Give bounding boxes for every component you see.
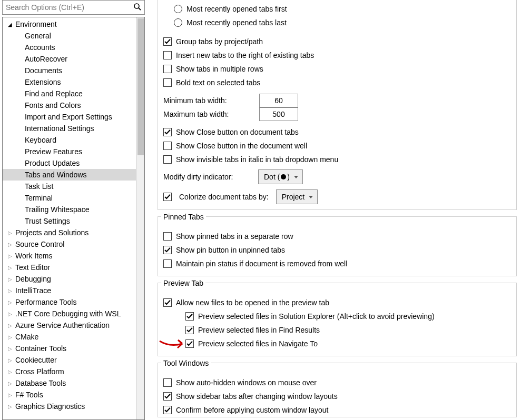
preview-tab-title: Preview Tab	[161, 279, 205, 287]
chevron-right-icon[interactable]: ▷	[7, 253, 13, 259]
tree-item-extensions[interactable]: Extensions	[3, 76, 136, 88]
chk-preview-find[interactable]	[185, 326, 194, 334]
chevron-right-icon[interactable]: ▷	[7, 392, 13, 398]
tree-item-container-tools[interactable]: ▷Container Tools	[3, 343, 136, 354]
tree-item-label: Extensions	[25, 78, 61, 86]
chk-group-tabs[interactable]	[163, 37, 172, 46]
chevron-right-icon[interactable]: ▷	[7, 381, 13, 386]
tree-item-preview-features[interactable]: Preview Features	[3, 146, 136, 157]
tree-item-label: Projects and Solutions	[15, 228, 89, 237]
chk-invisible-italic[interactable]	[163, 155, 172, 164]
tree-item-accounts[interactable]: Accounts	[3, 42, 136, 53]
tree-item-fonts-and-colors[interactable]: Fonts and Colors	[3, 99, 136, 111]
colorize-value: Project	[282, 193, 305, 201]
tree-item-keyboard[interactable]: Keyboard	[3, 134, 136, 146]
tree-item-work-items[interactable]: ▷Work Items	[3, 250, 136, 262]
tree-item-graphics-diagnostics[interactable]: ▷Graphics Diagnostics	[3, 401, 136, 412]
tree-item-azure-service-authentication[interactable]: ▷Azure Service Authentication	[3, 319, 136, 331]
chevron-right-icon[interactable]: ▷	[7, 299, 13, 305]
tree-item-environment[interactable]: ◢Environment	[3, 18, 136, 30]
radio-tabs-last[interactable]	[174, 18, 182, 27]
tree-item-tabs-and-windows[interactable]: Tabs and Windows	[3, 169, 136, 181]
tree-item-task-list[interactable]: Task List	[3, 181, 136, 192]
chevron-right-icon[interactable]: ▷	[7, 357, 13, 363]
tree-item-f-tools[interactable]: ▷F# Tools	[3, 389, 136, 401]
min-tab-width-input[interactable]	[259, 94, 298, 107]
tree-item-autorecover[interactable]: AutoRecover	[3, 53, 136, 65]
tree-item-net-core-debugging-with-wsl[interactable]: ▷.NET Core Debugging with WSL	[3, 308, 136, 319]
chk-pin-unpinned[interactable]	[163, 246, 172, 254]
chk-pin-unpinned-label: Show pin button in unpinned tabs	[176, 246, 285, 254]
tree-item-label: Tabs and Windows	[25, 171, 87, 179]
dot-icon	[281, 174, 286, 179]
tree-item-label: Container Tools	[15, 344, 66, 353]
dirty-indicator-value-suffix: )	[287, 173, 290, 181]
chk-auto-hidden-label: Show auto-hidden windows on mouse over	[176, 378, 317, 387]
chk-sidebar-tabs-label: Show sidebar tabs after changing window …	[176, 392, 338, 401]
tree-item-find-and-replace[interactable]: Find and Replace	[3, 88, 136, 99]
tree-item-label: Graphics Diagnostics	[15, 402, 85, 411]
chevron-down-icon[interactable]: ◢	[7, 22, 13, 27]
tree-item-cross-platform[interactable]: ▷Cross Platform	[3, 366, 136, 377]
tree-item-label: Environment	[15, 20, 57, 28]
tree-item-label: Task List	[25, 182, 53, 191]
tree-item-documents[interactable]: Documents	[3, 65, 136, 76]
dirty-indicator-select[interactable]: Dot ()	[258, 169, 303, 184]
tree-item-label: Database Tools	[15, 379, 66, 387]
tree-item-text-editor[interactable]: ▷Text Editor	[3, 262, 136, 273]
tree-item-terminal[interactable]: Terminal	[3, 192, 136, 204]
chevron-right-icon[interactable]: ▷	[7, 346, 13, 352]
tree-item-source-control[interactable]: ▷Source Control	[3, 238, 136, 250]
chk-colorize[interactable]	[163, 193, 172, 201]
tree-scrollbar[interactable]	[136, 17, 144, 419]
tree-item-trust-settings[interactable]: Trust Settings	[3, 215, 136, 227]
chevron-right-icon[interactable]: ▷	[7, 265, 13, 271]
tree-item-cookiecutter[interactable]: ▷Cookiecutter	[3, 354, 136, 366]
chevron-right-icon[interactable]: ▷	[7, 230, 13, 236]
chk-maintain-pin[interactable]	[163, 259, 172, 268]
tree-item-product-updates[interactable]: Product Updates	[3, 157, 136, 169]
tree-item-international-settings[interactable]: International Settings	[3, 123, 136, 134]
radio-tabs-first[interactable]	[174, 5, 182, 13]
chevron-right-icon[interactable]: ▷	[7, 334, 13, 340]
chk-sidebar-tabs[interactable]	[163, 392, 172, 401]
chevron-right-icon[interactable]: ▷	[7, 242, 13, 247]
chk-multi-rows[interactable]	[163, 65, 172, 73]
chk-confirm-layout[interactable]	[163, 406, 172, 414]
tree-item-label: Terminal	[25, 194, 53, 202]
chk-auto-hidden[interactable]	[163, 378, 172, 387]
chevron-right-icon[interactable]: ▷	[7, 288, 13, 294]
chk-preview-nav[interactable]	[185, 339, 194, 348]
scroll-thumb[interactable]	[137, 18, 144, 155]
chevron-right-icon[interactable]: ▷	[7, 311, 13, 317]
chk-allow-preview[interactable]	[163, 298, 172, 307]
tree-item-cmake[interactable]: ▷CMake	[3, 331, 136, 343]
chk-preview-sol[interactable]	[185, 312, 194, 321]
radio-tabs-first-label: Most recently opened tabs first	[186, 5, 287, 13]
colorize-select[interactable]: Project	[276, 189, 318, 204]
chk-preview-nav-label: Preview selected files in Navigate To	[198, 339, 318, 348]
chevron-right-icon[interactable]: ▷	[7, 369, 13, 375]
chk-maintain-pin-label: Maintain pin status if document is remov…	[176, 259, 347, 268]
chk-pinned-separate[interactable]	[163, 232, 172, 241]
tree-item-debugging[interactable]: ▷Debugging	[3, 273, 136, 285]
tree-item-database-tools[interactable]: ▷Database Tools	[3, 377, 136, 389]
chk-close-doc[interactable]	[163, 128, 172, 136]
chk-insert-right[interactable]	[163, 51, 172, 59]
tree-item-label: Find and Replace	[25, 89, 83, 98]
chk-bold-sel[interactable]	[163, 78, 172, 87]
chevron-right-icon[interactable]: ▷	[7, 404, 13, 409]
tree-item-performance-tools[interactable]: ▷Performance Tools	[3, 296, 136, 308]
chk-close-well[interactable]	[163, 142, 172, 150]
search-input[interactable]	[2, 0, 145, 15]
max-tab-width-input[interactable]	[259, 107, 298, 121]
dirty-indicator-value-prefix: Dot (	[264, 173, 280, 181]
tree-item-general[interactable]: General	[3, 30, 136, 42]
chevron-right-icon[interactable]: ▷	[7, 276, 13, 282]
chk-insert-right-label: Insert new tabs to the right of existing…	[176, 51, 314, 59]
tree-item-projects-and-solutions[interactable]: ▷Projects and Solutions	[3, 227, 136, 238]
tree-item-intellitrace[interactable]: ▷IntelliTrace	[3, 285, 136, 296]
tree-item-import-and-export-settings[interactable]: Import and Export Settings	[3, 111, 136, 123]
tree-item-trailing-whitespace[interactable]: Trailing Whitespace	[3, 204, 136, 215]
chevron-right-icon[interactable]: ▷	[7, 323, 13, 328]
